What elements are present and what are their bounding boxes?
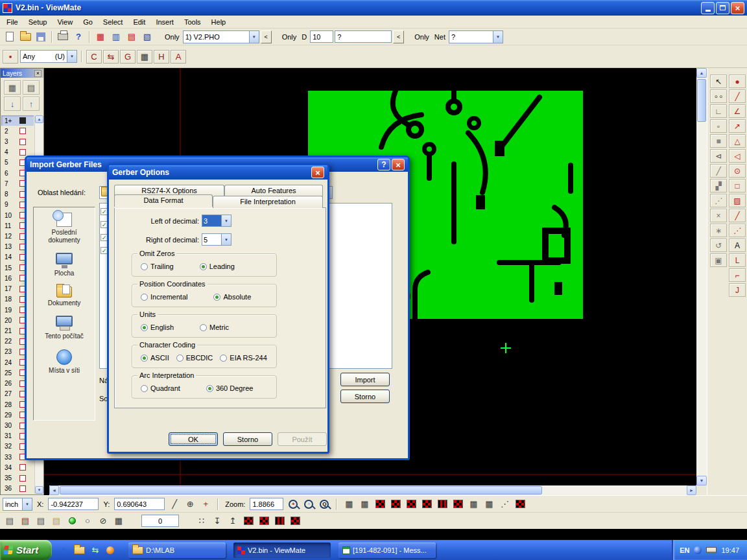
x-coordinate-field[interactable]: -0.942237 (48, 498, 99, 510)
radio-option-metric[interactable]: Metric (200, 323, 229, 331)
bracket-shape-button[interactable]: ⌐ (729, 268, 746, 282)
dashed-line-button[interactable]: ⋰ (729, 224, 746, 237)
open-file-button[interactable] (18, 30, 32, 43)
restore-button[interactable] (716, 2, 729, 14)
title-bar[interactable]: V2.bin - ViewMate (0, 0, 747, 16)
delete-cross-button[interactable]: × (710, 209, 727, 222)
draw-rectangle-button[interactable]: □ (729, 179, 746, 192)
swap-select-button[interactable]: ⇆ (103, 50, 119, 64)
close-icon[interactable]: × (34, 70, 42, 77)
anchor-up-button[interactable]: ↥ (226, 514, 240, 528)
layer-row[interactable]: 36 (1, 484, 34, 494)
net-highlight-button[interactable]: H (154, 50, 169, 64)
pad-view-5-button[interactable] (513, 497, 527, 511)
dotted-slash-button[interactable]: ⋰ (710, 194, 727, 207)
layer-combo[interactable]: 1) V2.PHO (183, 30, 259, 43)
folder-shortcut-button[interactable] (73, 544, 86, 557)
taskbar-button-2[interactable]: V2.bin - ViewMate (233, 542, 331, 558)
tab-auto-features[interactable]: Auto Features (224, 185, 323, 196)
draw-triangle-button[interactable]: △ (729, 134, 746, 148)
layer-row[interactable]: 1+ (1, 115, 34, 126)
layer-step-1-button[interactable]: ▤ (3, 514, 17, 528)
zoom-field[interactable]: 1.8866 (250, 498, 283, 510)
layer-report-button[interactable]: ▤ (124, 30, 139, 43)
rotate-tool-button[interactable]: ↺ (710, 239, 727, 252)
minimize-button[interactable] (701, 2, 715, 14)
menu-view[interactable]: View (52, 17, 78, 27)
pad-mode-4-button[interactable] (288, 514, 302, 528)
close-button[interactable] (311, 167, 324, 178)
trace-view-2-button[interactable] (451, 497, 465, 511)
draw-el-button[interactable]: L (729, 253, 746, 267)
radio-option-trailing[interactable]: Trailing (141, 262, 174, 270)
layer-visibility-checkbox[interactable] (19, 464, 26, 471)
draw-point-button[interactable]: ● (729, 75, 746, 88)
pad-view-2-button[interactable] (388, 497, 403, 511)
pad-view-1-button[interactable] (373, 497, 387, 511)
scroll-up-icon[interactable]: ▲ (35, 115, 43, 123)
anchor-down-button[interactable]: ↧ (210, 514, 224, 528)
menu-tools[interactable]: Tools (179, 17, 206, 27)
select-mode-button[interactable]: ▪ (3, 50, 18, 64)
radio-option-ascii[interactable]: ASCII (141, 354, 169, 362)
text-select-button[interactable]: A (171, 50, 186, 64)
scroll-left-icon[interactable]: ◄ (49, 485, 59, 495)
chevron-down-icon[interactable] (22, 498, 32, 510)
highlight-c-button[interactable]: C (86, 50, 102, 64)
layer-row[interactable]: 2 (1, 126, 34, 136)
layer-step-2-button[interactable]: ▤ (18, 514, 32, 528)
layer-step-3-button[interactable]: ▤ (34, 514, 48, 528)
draw-line-button[interactable]: ╱ (729, 89, 746, 103)
pad-mode-2-button[interactable] (257, 514, 271, 528)
radio-option-ebcdic[interactable]: EBCDIC (176, 354, 213, 362)
center-target-button[interactable]: ⊕ (183, 497, 197, 511)
net-grid-button[interactable]: ▦ (357, 497, 372, 511)
scroll-down-icon[interactable]: ▼ (35, 486, 43, 494)
pad-mode-3-button[interactable] (272, 514, 287, 528)
storno-button[interactable]: Storno (340, 390, 390, 403)
close-button[interactable] (731, 2, 744, 14)
internet-explorer-button[interactable]: e (58, 544, 69, 557)
chevron-down-icon[interactable] (249, 31, 259, 43)
language-indicator[interactable]: EN (680, 546, 689, 554)
dcode-grid-button[interactable]: ▦ (342, 497, 356, 511)
aperture-list-button[interactable]: ▥ (109, 30, 123, 43)
radio-option-incremental[interactable]: Incremental (141, 293, 187, 301)
thin-line-button[interactable]: ╱ (729, 209, 746, 222)
menu-go[interactable]: Go (78, 17, 98, 27)
zoom-in-button[interactable]: + (286, 497, 300, 511)
select-arrow-button[interactable]: ↖ (710, 75, 727, 88)
left-of-decimal-combo[interactable]: 3 (202, 215, 231, 227)
window-grid-button[interactable]: ▦ (112, 514, 126, 528)
start-button[interactable]: Start (0, 540, 52, 560)
radio-option-quadrant[interactable]: Quadrant (141, 384, 180, 392)
zoom-query-button[interactable]: Q (317, 497, 331, 511)
scroll-down-icon[interactable]: ▼ (696, 476, 707, 485)
network-tray-icon[interactable] (694, 546, 702, 554)
help-select-button[interactable] (71, 30, 86, 43)
star-tool-button[interactable]: ∗ (710, 224, 727, 237)
pad-mode-1-button[interactable] (241, 514, 255, 528)
net-combo[interactable]: ? (449, 30, 503, 43)
tab-data-format[interactable]: Data Format (114, 194, 213, 207)
dcode-table-button[interactable]: ▦ (93, 30, 108, 43)
tab-file-interpretation[interactable]: File Interpretation (213, 196, 323, 208)
gerber-dialog-titlebar[interactable]: Gerber Options (109, 165, 327, 180)
layer-row[interactable]: 34 (1, 462, 34, 472)
units-combo[interactable]: inch (3, 498, 32, 511)
dcode-prev-button[interactable]: < (393, 30, 404, 43)
layer-visibility-checkbox[interactable] (19, 128, 26, 134)
save-file-button[interactable] (34, 30, 48, 43)
menu-edit[interactable]: Edit (128, 17, 150, 27)
layer-visibility-checkbox[interactable] (19, 149, 26, 156)
import-button[interactable]: Import (340, 373, 390, 386)
circle-tool-button[interactable]: ○ (80, 514, 95, 528)
flip-triangle-button[interactable]: ◁ (729, 149, 746, 163)
group-select-button[interactable]: G (120, 50, 136, 64)
board-corner-button[interactable]: ∟ (710, 104, 727, 118)
menu-file[interactable]: File (1, 17, 23, 27)
hatch-pad-button[interactable]: ▨ (729, 194, 746, 207)
filled-square-button[interactable]: ■ (710, 134, 727, 148)
place-network-places[interactable]: Místa v síti (34, 344, 95, 379)
radio-option-english[interactable]: English (141, 323, 174, 331)
